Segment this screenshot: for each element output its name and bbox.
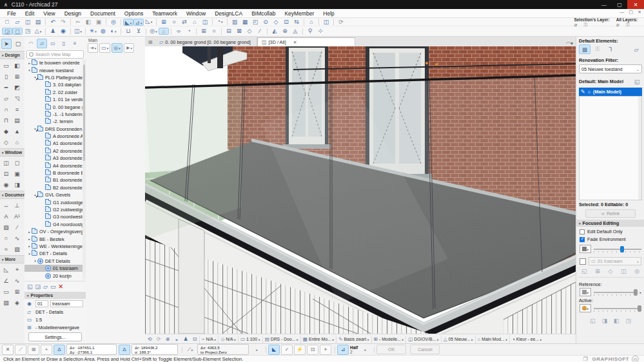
tree-g4-noordoostgevel[interactable]: G4 noordoostg (24, 221, 86, 228)
symbol-tool-icon[interactable]: ◈ (12, 297, 23, 308)
tree-expander[interactable]: ▸ (27, 244, 32, 248)
toolbar-icon[interactable] (70, 19, 71, 25)
walk-mode-icon[interactable]: ♟ (48, 27, 58, 35)
relink-button[interactable]: ∞Relink (585, 209, 636, 218)
relative-coords-icon[interactable]: ◣ (268, 345, 280, 355)
tree-gvl-gevels[interactable]: ▾ GVL Gevels (24, 191, 86, 198)
comment-icon[interactable]: ◒ (172, 336, 181, 342)
toolbox-section-window-header[interactable]: Window (0, 148, 24, 157)
toolbar-icon[interactable] (267, 28, 268, 35)
tree-expander[interactable]: ▾ (27, 68, 32, 72)
elevation-tool-icon[interactable]: ◻ (12, 157, 23, 168)
3d-document-tool-icon[interactable]: ◨ (12, 179, 23, 190)
publisher-icon[interactable]: ⊠ (234, 27, 244, 35)
3d-style-icon[interactable]: ◳ (23, 27, 33, 35)
menu-bimcollab[interactable]: BIMcollab (247, 10, 280, 17)
spline-tool-icon[interactable]: ≈ (1, 243, 12, 254)
annotate-icon[interactable]: ∕ (255, 27, 265, 35)
tree-b2-doorsnede[interactable]: B2 doorsnede B (24, 184, 86, 191)
marker-icon[interactable]: ◇ (271, 18, 281, 26)
quick-option-layer-combination[interactable]: ▤DRS - Doo...▸ (262, 336, 300, 343)
clone-folder-icon[interactable]: ▱ (43, 283, 48, 290)
toolbar-icon[interactable] (304, 19, 304, 25)
shadow-icon[interactable]: ◐ (108, 27, 119, 36)
guide-lines-icon[interactable]: ◣ (123, 19, 133, 26)
tree-expander[interactable]: ▸ (27, 230, 32, 234)
menu-teamwork[interactable]: Teamwork (148, 10, 182, 17)
maximize-button[interactable]: ▢ (612, 0, 627, 9)
frame-icon[interactable]: ◫ (621, 268, 627, 274)
tree-a2-doorsnede[interactable]: A2 doorsnede A (24, 148, 86, 155)
level-dimension-tool-icon[interactable]: ⊥ (12, 200, 23, 211)
tree-01-trasraam[interactable]: 01 trasraam (24, 265, 86, 272)
view-map-icon[interactable]: ▭ (48, 39, 58, 48)
mark-up-icon[interactable]: ◇ (244, 27, 255, 35)
quick-option-renovation-filter[interactable]: △05 Nieuw...▸ (441, 336, 475, 343)
interior-elevation-tool-icon[interactable]: ⊡ (1, 168, 12, 179)
undo-icon[interactable]: ↶ (48, 18, 58, 26)
drawing-tool-icon[interactable]: ▭ (1, 286, 12, 297)
print-icon[interactable]: ▤ (33, 18, 43, 26)
toolbar-icon[interactable] (121, 28, 121, 35)
z-ref-caret[interactable]: ▸ (251, 345, 262, 355)
toolbar-icon[interactable] (227, 19, 228, 25)
toolbar-icon[interactable] (106, 19, 106, 25)
origin-icon[interactable]: + (41, 345, 52, 355)
menu-file[interactable]: File (3, 10, 21, 17)
lock-default-icon[interactable]: ⚿ (592, 44, 603, 54)
tree-be-bestek[interactable]: ▸ BE - Bestek (24, 235, 86, 242)
grid-element-tool-icon[interactable]: ⊞ (12, 286, 23, 297)
zoom-icon[interactable]: ⊕ (163, 336, 172, 342)
minimize-button[interactable]: — (596, 0, 612, 9)
curve-tool-icon[interactable]: ∿ (12, 275, 23, 286)
tree-02-zolder[interactable]: 2. 02 zolder (24, 89, 86, 96)
toolbox-section-document-header[interactable]: Documen (0, 191, 24, 199)
text-tool-icon[interactable]: A (1, 211, 12, 222)
marquee-tool-icon[interactable]: ▢ (13, 39, 23, 49)
focus-checkbox[interactable] (580, 258, 586, 265)
worksheet-tool-icon[interactable]: ▣ (12, 168, 23, 179)
module-icon[interactable]: ⊡ (281, 18, 291, 26)
design-options-list[interactable] (579, 96, 642, 200)
navigator-menu-icon[interactable]: ≡ (70, 39, 80, 48)
rebuild-icon[interactable]: ⟳ (336, 18, 346, 26)
tree-1-fundering[interactable]: -1. -1 fundering (24, 111, 86, 118)
tree-a1-doorsnede[interactable]: A1 doorsnede A (24, 140, 86, 147)
toolbox-section-design-header[interactable]: Design (0, 51, 24, 59)
paste-icon[interactable]: ▣ (93, 18, 104, 26)
render-icon[interactable]: ☀ (88, 27, 98, 36)
tree-b-doorsnede[interactable]: B doorsnede B (24, 169, 86, 176)
tree-expander[interactable]: ▸ (27, 61, 32, 65)
window-tool-icon[interactable]: ⊞ (12, 71, 23, 82)
new-option-icon[interactable]: ◱ (632, 77, 642, 86)
polyline-tool-icon[interactable]: ∿ (12, 233, 23, 243)
isolate-icon[interactable]: ◱ (581, 268, 587, 274)
align-view-icon[interactable]: ⌯ (173, 27, 184, 35)
grid-options-icon[interactable]: ⊞ (28, 345, 39, 355)
marquee-3d-icon[interactable]: ◲ (2, 28, 12, 35)
teamwork-icon[interactable]: ◠ (26, 39, 36, 48)
reference-slider[interactable] (594, 289, 637, 296)
list-scrollbar[interactable] (638, 97, 641, 200)
xy-coordinate-field[interactable]: Δx: -187451,1 Δy: -27366,1 (66, 344, 117, 355)
line-tool-icon[interactable]: ∕ (12, 222, 23, 233)
arrow-dropdown-icon[interactable]: ➤▾ (124, 43, 134, 53)
properties-header[interactable]: Properties (24, 292, 86, 299)
menu-window[interactable]: Window (182, 10, 210, 17)
hotlink-icon[interactable]: ⇆ (291, 18, 302, 26)
snap-point-icon[interactable]: ⟋ (15, 345, 26, 355)
view-redo-icon[interactable]: ⟳ (154, 336, 163, 342)
tab-close-icon[interactable]: ✕ (293, 40, 297, 45)
main-model-row[interactable]: ✎ ⌂ (Main Model) (579, 88, 642, 96)
tracker-close-icon[interactable]: ✕ (2, 345, 14, 355)
tree-2-terrein[interactable]: -2. terrein (24, 118, 86, 125)
tree-g3-noordwestgevel[interactable]: G3 noordwestg (24, 213, 86, 220)
quick-option-3d-style[interactable]: ◑Kleur - ee...▸ (509, 336, 543, 343)
drawing-manager-icon[interactable]: ⊟ (224, 27, 234, 35)
slab-tool-icon[interactable]: ▱ (1, 93, 12, 104)
grid-snap-icon[interactable]: ⊞ (159, 18, 169, 26)
transfer-icon[interactable]: ◳ (626, 318, 632, 324)
building-materials-icon[interactable]: ▦ (240, 18, 250, 26)
quick-option-structure-display[interactable]: ▦Entire Mo...▸ (300, 336, 336, 343)
ok-button[interactable]: OK (376, 345, 406, 354)
